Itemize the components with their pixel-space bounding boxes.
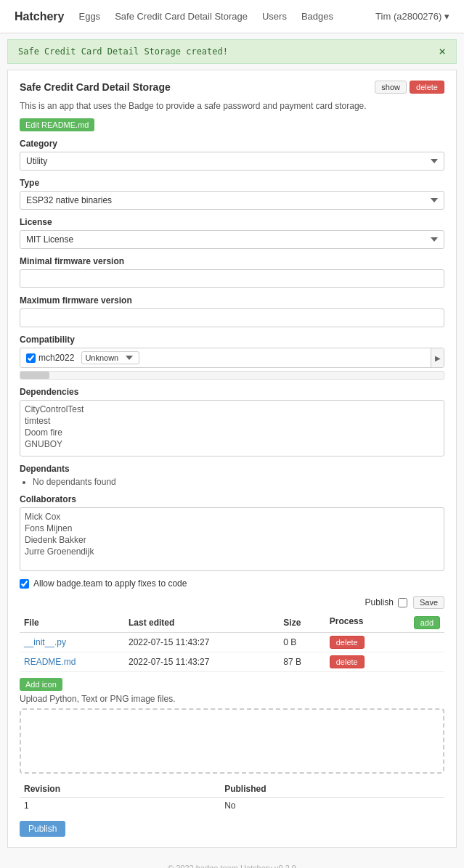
col-revision: Revision	[20, 781, 220, 798]
col-published: Published	[220, 781, 444, 798]
show-button[interactable]: show	[375, 81, 407, 94]
alert-close-icon[interactable]: ×	[439, 46, 446, 57]
license-group: License MIT License Apache 2.0 GPL v3 No…	[20, 217, 444, 249]
license-label: License	[20, 217, 444, 227]
rev-row-0: 1 No	[20, 798, 444, 814]
dependants-label: Dependants	[20, 464, 444, 474]
col-file: File	[20, 613, 124, 633]
category-group: Category Utility Games Demos Tools Other	[20, 139, 444, 171]
collab-item-1: Fons Mijnen	[23, 523, 441, 534]
navbar: Hatchery Eggs Safe Credit Card Detail St…	[0, 0, 464, 33]
navbar-link-users[interactable]: Users	[262, 11, 287, 22]
dependants-list: No dependants found	[20, 477, 444, 487]
collaborators-label: Collaborators	[20, 494, 444, 504]
compat-mch2022: mch2022	[26, 353, 74, 363]
add-file-button[interactable]: add	[414, 616, 440, 629]
compat-select-wrap: Unknown Working Broken	[81, 351, 139, 364]
alert-message: Safe Credit Card Detail Storage created!	[18, 46, 228, 57]
footer-text: © 2022 badge.team Hatchery v0.2.9	[168, 864, 296, 868]
collaborators-list[interactable]: Mick Cox Fons Mijnen Diedenk Bakker Jurr…	[20, 507, 444, 571]
file-size-0: 0 B	[279, 633, 325, 652]
allow-badge-team-checkbox[interactable]	[20, 579, 29, 589]
allow-badge-team-label: Allow badge.team to apply fixes to code	[33, 578, 187, 589]
dep-item-3: GNUBOY	[23, 438, 441, 450]
file-link-0[interactable]: __init__.py	[24, 637, 66, 647]
compat-status-select[interactable]: Unknown Working Broken	[81, 351, 139, 364]
collab-item-3: Jurre Groenendijk	[23, 546, 441, 557]
max-fw-group: Maximum firmware version	[20, 295, 444, 327]
file-link-1[interactable]: README.md	[24, 657, 76, 667]
file-row-1: README.md 2022-07-15 11:43:27 87 B delet…	[20, 652, 444, 672]
publish-checkbox[interactable]	[398, 598, 407, 607]
no-dependants-item: No dependants found	[33, 477, 444, 487]
navbar-link-badges[interactable]: Badges	[301, 11, 333, 22]
compat-scrollbar	[20, 371, 444, 380]
col-size: Size	[279, 613, 325, 633]
navbar-link-eggs[interactable]: Eggs	[78, 11, 100, 22]
dependencies-label: Dependencies	[20, 387, 444, 397]
publish-button[interactable]: Publish	[20, 821, 65, 837]
max-fw-label: Maximum firmware version	[20, 295, 444, 306]
delete-button[interactable]: delete	[410, 81, 444, 94]
files-table-header: File Last edited Size Process add	[20, 613, 444, 633]
edit-readme-button[interactable]: Edit README.md	[20, 118, 94, 131]
compat-mch2022-checkbox[interactable]	[26, 353, 36, 363]
file-row-0: __init__.py 2022-07-15 11:43:27 0 B dele…	[20, 633, 444, 652]
compatibility-group: Compatibility mch2022 Unknown Working Br…	[20, 335, 444, 380]
navbar-brand[interactable]: Hatchery	[15, 10, 64, 23]
file-delete-1[interactable]: delete	[330, 655, 365, 668]
app-description: This is an app that uses the Badge to pr…	[20, 101, 444, 111]
max-fw-input[interactable]	[20, 308, 444, 327]
alert-banner: Safe Credit Card Detail Storage created!…	[7, 39, 457, 64]
file-edited-0: 2022-07-15 11:43:27	[124, 633, 279, 652]
type-label: Type	[20, 178, 444, 188]
save-button[interactable]: Save	[413, 596, 444, 609]
publish-label: Publish	[365, 597, 394, 607]
publish-checkbox-row: Publish	[365, 597, 407, 607]
dep-item-2: Doom fire	[23, 427, 441, 438]
category-select[interactable]: Utility Games Demos Tools Other	[20, 152, 444, 171]
min-fw-input[interactable]	[20, 269, 444, 288]
publish-save-row: Publish Save	[20, 596, 444, 609]
dependencies-list[interactable]: CityControlTest timtest Doom fire GNUBOY	[20, 400, 444, 456]
compat-inner: mch2022 Unknown Working Broken	[20, 348, 431, 367]
col-edited: Last edited	[124, 613, 279, 633]
col-process: Process add	[325, 613, 444, 633]
collaborators-group: Collaborators Mick Cox Fons Mijnen Diede…	[20, 494, 444, 571]
category-label: Category	[20, 139, 444, 149]
rev-table-header: Revision Published	[20, 781, 444, 798]
rev-published-0: No	[220, 798, 444, 814]
compat-scroll-right[interactable]: ▶	[431, 348, 444, 367]
file-edited-1: 2022-07-15 11:43:27	[124, 652, 279, 672]
card-actions: show delete	[375, 81, 444, 94]
footer: © 2022 badge.team Hatchery v0.2.9	[0, 853, 464, 868]
dependants-group: Dependants No dependants found	[20, 464, 444, 487]
file-delete-0[interactable]: delete	[330, 636, 365, 649]
dropzone[interactable]	[20, 708, 444, 774]
card-header: Safe Credit Card Detail Storage show del…	[20, 81, 444, 94]
allow-badge-team-row: Allow badge.team to apply fixes to code	[20, 578, 444, 589]
files-table: File Last edited Size Process add __init…	[20, 613, 444, 672]
add-icon-button[interactable]: Add icon	[20, 678, 62, 691]
user-menu[interactable]: Tim (a2800276) ▾	[375, 11, 449, 22]
file-size-1: 87 B	[279, 652, 325, 672]
dep-item-1: timtest	[23, 415, 441, 427]
type-group: Type ESP32 native binaries Python Other	[20, 178, 444, 210]
dep-item-0: CityControlTest	[23, 404, 441, 415]
min-fw-label: Minimal firmware version	[20, 256, 444, 266]
min-fw-group: Minimal firmware version	[20, 256, 444, 288]
compat-mch2022-label: mch2022	[38, 353, 74, 363]
upload-label: Upload Python, Text or PNG image files.	[20, 694, 444, 704]
compat-row: mch2022 Unknown Working Broken ▶	[20, 348, 444, 368]
dependencies-group: Dependencies CityControlTest timtest Doo…	[20, 387, 444, 456]
card-title: Safe Credit Card Detail Storage	[20, 81, 171, 93]
compatibility-label: Compatibility	[20, 335, 444, 345]
type-select[interactable]: ESP32 native binaries Python Other	[20, 191, 444, 210]
license-select[interactable]: MIT License Apache 2.0 GPL v3 None	[20, 230, 444, 249]
navbar-link-sccds[interactable]: Safe Credit Card Detail Storage	[115, 11, 248, 22]
collab-item-2: Diedenk Bakker	[23, 534, 441, 546]
collab-item-0: Mick Cox	[23, 511, 441, 523]
revision-table: Revision Published 1 No	[20, 781, 444, 814]
main-card: Safe Credit Card Detail Storage show del…	[7, 70, 457, 848]
rev-number-0: 1	[20, 798, 220, 814]
